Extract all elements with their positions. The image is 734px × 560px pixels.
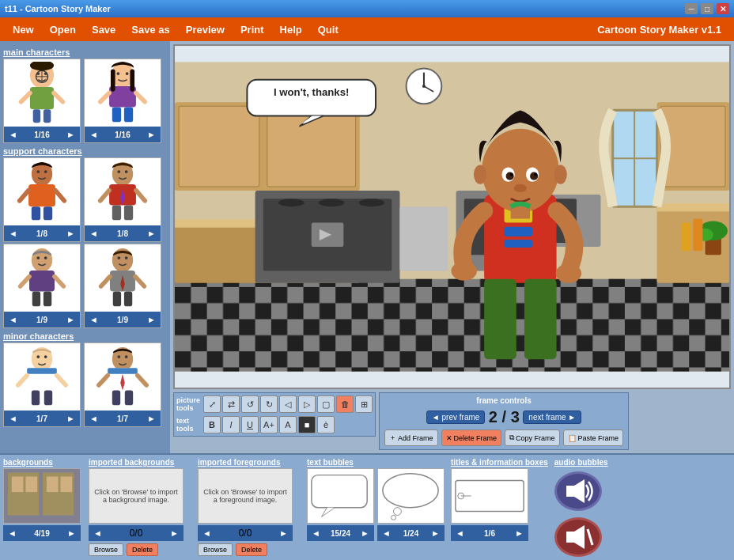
close-button[interactable]: ✕	[717, 3, 729, 14]
tool-copy[interactable]: ⊞	[355, 395, 373, 413]
imported-bg-prev[interactable]: ◄	[92, 528, 104, 538]
svg-point-120	[506, 172, 514, 180]
tool-bold[interactable]: B	[203, 416, 221, 433]
bubble-next-1[interactable]: ►	[359, 528, 371, 538]
tool-right[interactable]: ▷	[298, 395, 316, 413]
svg-rect-26	[32, 206, 40, 220]
char-prev-7[interactable]: ◄	[7, 414, 19, 423]
delete-frame-button[interactable]: ✕ Delete Frame	[441, 429, 502, 446]
bg-prev[interactable]: ◄	[6, 528, 18, 538]
text-tools-label: texttools	[176, 417, 202, 433]
tool-underline[interactable]: U	[241, 416, 259, 433]
menu-print[interactable]: Print	[234, 21, 271, 38]
menu-help[interactable]: Help	[274, 21, 308, 38]
char-next-2[interactable]: ►	[146, 130, 157, 139]
menu-save[interactable]: Save	[85, 21, 122, 38]
svg-rect-35	[124, 205, 133, 220]
titles-prev[interactable]: ◄	[454, 528, 466, 538]
imported-bg-browse[interactable]: Browse	[89, 543, 123, 556]
tool-box[interactable]: ▢	[317, 395, 335, 413]
canvas-area: I won't, thanks! picturetools ⤢ ⇄ ↺ ↻ ◁ …	[170, 41, 734, 453]
svg-point-10	[44, 72, 47, 75]
char-next-4[interactable]: ►	[146, 229, 157, 238]
char-prev-4[interactable]: ◄	[88, 229, 100, 238]
char-next-5[interactable]: ►	[65, 315, 77, 324]
svg-point-125	[474, 165, 486, 184]
char-nav-5: ◄ 1/9 ►	[4, 312, 80, 327]
char-prev-2[interactable]: ◄	[88, 130, 100, 139]
svg-point-124	[514, 184, 527, 192]
tool-delete[interactable]: 🗑	[336, 395, 354, 413]
char-next-7[interactable]: ►	[65, 414, 77, 423]
menu-preview[interactable]: Preview	[180, 21, 231, 38]
char-img-2	[85, 59, 161, 127]
svg-rect-34	[112, 205, 121, 220]
copy-frame-button[interactable]: ⧉ Copy Frame	[505, 429, 560, 446]
titles-next[interactable]: ►	[513, 528, 525, 538]
char-img-8	[85, 343, 161, 411]
svg-marker-153	[574, 479, 585, 503]
next-frame-button[interactable]: next frame ►	[523, 411, 581, 424]
imported-bg-delete[interactable]: Delete	[127, 543, 158, 556]
svg-rect-20	[111, 69, 115, 91]
backgrounds-section: backgrounds ◄ 4/19 ►	[3, 458, 82, 557]
svg-rect-16	[112, 107, 121, 122]
char-card-8: ◄ 1/7 ►	[84, 342, 161, 427]
tool-left[interactable]: ◁	[279, 395, 297, 413]
tool-fliph[interactable]: ⇄	[222, 395, 240, 413]
char-prev-1[interactable]: ◄	[7, 130, 19, 139]
window-controls: ─ □ ✕	[685, 3, 729, 14]
paste-frame-icon: 📋	[568, 434, 577, 442]
char-nav-8: ◄ 1/7 ►	[85, 411, 161, 426]
menu-save-as[interactable]: Save as	[125, 21, 176, 38]
bubble-prev-1[interactable]: ◄	[310, 528, 322, 538]
char-img-1	[4, 59, 80, 127]
paste-frame-button[interactable]: 📋 Paste Frame	[563, 429, 624, 446]
svg-point-37	[125, 170, 128, 173]
audio-bubble-1[interactable]	[554, 471, 602, 511]
imported-fg-prev[interactable]: ◄	[201, 528, 213, 538]
char-next-6[interactable]: ►	[146, 315, 157, 324]
tool-color[interactable]: ■	[298, 416, 316, 433]
main-area: main characters	[0, 41, 734, 453]
char-prev-8[interactable]: ◄	[88, 414, 100, 423]
imported-fg-delete[interactable]: Delete	[236, 543, 267, 556]
imported-fg-browse[interactable]: Browse	[198, 543, 233, 556]
menu-new[interactable]: New	[6, 21, 40, 38]
svg-rect-152	[566, 486, 574, 497]
support-characters-row-2: ◄ 1/9 ►	[3, 244, 167, 328]
char-next-3[interactable]: ►	[65, 229, 77, 238]
prev-frame-button[interactable]: ◄ prev frame	[426, 411, 485, 424]
char-prev-3[interactable]: ◄	[7, 229, 19, 238]
tool-special[interactable]: è	[317, 416, 335, 433]
bubble-prev-2[interactable]: ◄	[380, 528, 392, 538]
add-frame-button[interactable]: ＋ Add Frame	[384, 429, 438, 446]
audio-bubbles-section: audio bubbles	[554, 458, 608, 557]
tool-expand[interactable]: ⤢	[203, 395, 221, 413]
minimize-button[interactable]: ─	[685, 3, 698, 14]
bubble-next-2[interactable]: ►	[429, 528, 441, 538]
tool-undo[interactable]: ↺	[241, 395, 259, 413]
svg-point-123	[534, 173, 537, 176]
imported-bg-next[interactable]: ►	[168, 528, 180, 538]
bg-next[interactable]: ►	[66, 528, 78, 538]
svg-point-46	[44, 256, 47, 259]
menu-quit[interactable]: Quit	[312, 21, 345, 38]
text-bubble-nav-1: ◄ 15/24 ►	[307, 525, 374, 541]
bubble-svg-2	[378, 468, 444, 524]
tool-fontup[interactable]: A+	[260, 416, 278, 433]
audio-bubble-2[interactable]	[554, 517, 602, 557]
char-next-8[interactable]: ►	[146, 414, 157, 423]
tool-italic[interactable]: I	[222, 416, 240, 433]
char-card-4: ◄ 1/8 ►	[84, 157, 161, 242]
maximize-button[interactable]: □	[701, 3, 713, 14]
menu-open[interactable]: Open	[44, 21, 82, 38]
tool-redo[interactable]: ↻	[260, 395, 278, 413]
svg-rect-52	[124, 291, 132, 306]
char-prev-5[interactable]: ◄	[7, 315, 19, 324]
story-canvas[interactable]: I won't, thanks!	[173, 44, 731, 389]
imported-fg-next[interactable]: ►	[278, 528, 289, 538]
char-prev-6[interactable]: ◄	[88, 315, 100, 324]
char-next-1[interactable]: ►	[65, 130, 77, 139]
tool-fontdown[interactable]: A	[279, 416, 297, 433]
